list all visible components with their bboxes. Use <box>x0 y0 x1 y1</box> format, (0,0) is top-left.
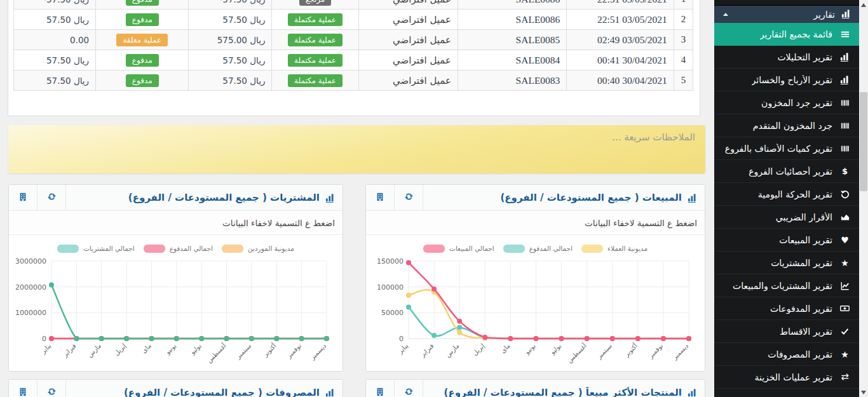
barcode-icon <box>839 98 850 107</box>
table-cell-status: عملية مكتملة <box>272 71 358 91</box>
panel-title: المشتريات ( جميع المستودعات / الفروع) <box>128 192 320 203</box>
status-badge: مدفوع <box>126 0 159 6</box>
table-cell-date: 00:40 30/04/2021 <box>567 71 674 91</box>
sidebar-item-14[interactable]: ★تقرير المصروفات <box>714 343 859 366</box>
sidebar-item-13[interactable]: تقرير الاقساط <box>714 320 859 343</box>
table-cell-num: 4 <box>674 50 693 71</box>
table-cell-status: عملية مكتملة <box>272 30 358 50</box>
svg-text:ماى: ماى <box>140 342 153 354</box>
sidebar-item-1[interactable]: تقرير التحليلات <box>714 46 859 69</box>
table-row[interactable]: 500:40 30/04/2021SALE0083عميل افتراضيعمل… <box>14 71 693 91</box>
scroll-down-arrow[interactable] <box>859 387 868 397</box>
table-cell-customer: عميل افتراضي <box>358 30 458 50</box>
sidebar-item-8[interactable]: الأقرار الضريبي <box>714 206 859 229</box>
sidebar-item-7[interactable]: تقرير الحركة اليومية <box>714 183 859 206</box>
legend-item[interactable]: اجمالي المبيعات <box>423 245 494 253</box>
sidebar-item-9[interactable]: ♥تقرير المبيعات <box>714 229 859 252</box>
legend-item[interactable]: اجمالي المدفوع <box>503 245 573 253</box>
refresh-button[interactable] <box>37 185 66 210</box>
table-cell-status: عملية مكتملة <box>272 10 358 30</box>
svg-text:ديسمبر: ديسمبر <box>308 342 327 361</box>
sidebar-item-label: جرد المخزون المتقدم <box>753 121 832 131</box>
page-scrollbar[interactable] <box>859 0 868 397</box>
refresh-button[interactable] <box>37 380 66 397</box>
purchases-line-chart: 0100000020000003000000ينايرفبرايرمارسإبر… <box>9 256 342 372</box>
table-cell-num: 2 <box>674 10 693 30</box>
legend-item[interactable]: مديونية الموردين <box>222 245 294 253</box>
sidebar-item-label: تقرير المشتريات <box>771 258 832 268</box>
list-icon <box>839 30 850 39</box>
legend-item[interactable]: اجمالي المشتريات <box>57 245 135 253</box>
table-row[interactable]: 400:41 30/04/2021SALE0084عميل افتراضيعمل… <box>14 50 693 71</box>
table-cell-total: 57.50 ريال <box>189 10 272 30</box>
panel-header: المنتجات الأكثر مبيعاً ( جميع المستودعات… <box>366 380 705 397</box>
branches-button[interactable] <box>366 380 395 397</box>
sidebar-item-label: تقرير المصروفات <box>768 349 832 360</box>
sidebar-item-0[interactable]: قائمة بجميع التقارير <box>714 23 859 46</box>
bar-chart-icon <box>839 75 850 84</box>
sidebar-item-5[interactable]: تقرير كميات الأصناف بالفروع <box>714 137 859 160</box>
table-cell-paid: 0.00 <box>14 30 96 50</box>
sidebar-item-6[interactable]: $تقرير أحصائيات الفروع <box>714 160 859 183</box>
legend-item[interactable]: اجمالي المدفوع <box>144 245 213 253</box>
refresh-icon <box>47 192 57 204</box>
sidebar-item-3[interactable]: تقرير جرد المخزون <box>714 91 859 114</box>
sidebar-item-label: الأقرار الضريبي <box>776 212 832 222</box>
scrollbar-thumb[interactable] <box>860 92 867 191</box>
table-cell-date: 02:49 03/05/2021 <box>567 30 674 50</box>
table-cell-paid: -57.50 ريال <box>14 0 96 10</box>
quick-notes-input[interactable] <box>8 125 705 173</box>
sidebar-group-label: تقارير <box>813 10 835 20</box>
sidebar-item-2[interactable]: تقرير الأرباح والخسائر <box>714 69 859 91</box>
branches-button[interactable] <box>9 185 37 210</box>
refresh-icon <box>47 387 57 397</box>
sidebar-item-10[interactable]: ★تقرير المشتريات <box>714 252 859 274</box>
sidebar-item-15[interactable]: ⇄تقرير عمليات الخزينة <box>714 366 859 389</box>
table-row[interactable]: 122:51 03/05/2021SALE0086عميل افتراضيمرت… <box>14 0 693 10</box>
star-icon: ★ <box>839 350 850 359</box>
table-cell-date: 22:51 03/05/2021 <box>567 0 674 10</box>
table-cell-customer: عميل افتراضي <box>358 10 458 30</box>
svg-text:مارس: مارس <box>86 342 102 359</box>
table-row[interactable]: 222:51 03/05/2021SALE0086عميل افتراضيعمل… <box>14 10 693 30</box>
bar-chart-icon <box>325 193 335 203</box>
sidebar-item-12[interactable]: تقرير المدفوعات <box>714 297 859 320</box>
svg-text:أكتوبر: أكتوبر <box>261 342 278 358</box>
status-badge: عملية معلقة <box>116 34 168 46</box>
table-cell-customer: عميل افتراضي <box>358 50 458 71</box>
refresh-button[interactable] <box>395 380 423 397</box>
table-row[interactable]: 302:49 03/05/2021SALE0085عميل افتراضيعمل… <box>14 30 693 50</box>
legend-swatch <box>222 245 243 253</box>
table-cell-num: 3 <box>674 30 693 50</box>
panel-header: المبيعات ( جميع المستودعات / الفروع) <box>366 185 705 211</box>
exchange-icon: ⇄ <box>839 372 850 382</box>
line-chart-icon <box>839 281 850 290</box>
table-cell-total: 57.50 ريال <box>189 50 272 71</box>
svg-text:إبريل: إبريل <box>471 342 487 357</box>
svg-text:يونيو: يونيو <box>523 342 537 356</box>
table-cell-pay: عملية معلقة <box>96 30 189 50</box>
sidebar-item-label: تقرير المبيعات <box>779 235 832 245</box>
reports-sidebar: تقارير قائمة بجميع التقاريرتقرير التحليل… <box>714 0 859 397</box>
table-cell-paid: 57.50 ريال <box>14 71 96 91</box>
table-cell-pay: مدفوع <box>96 10 189 30</box>
legend-label: مديونية الموردين <box>248 245 294 252</box>
legend-item[interactable]: مديونية العملاء <box>581 245 648 253</box>
building-icon <box>18 192 27 204</box>
legend-swatch <box>581 245 603 253</box>
status-badge: عملية مكتملة <box>288 13 342 26</box>
branches-button[interactable] <box>366 185 395 210</box>
svg-text:فبراير: فبراير <box>61 342 78 358</box>
legend-swatch <box>503 245 525 253</box>
sidebar-item-4[interactable]: جرد المخزون المتقدم <box>714 114 859 137</box>
table-cell-code: SALE0086 <box>458 10 566 30</box>
expenses-panel: المصروفات ( جميع المستودعات / الفروع) <box>8 379 343 397</box>
refresh-button[interactable] <box>395 185 423 210</box>
branches-button[interactable] <box>9 380 37 397</box>
chart-legend: مديونية العملاءاجمالي المدفوعاجمالي المب… <box>366 243 705 253</box>
sidebar-item-11[interactable]: تقرير المشتريات والمبيعات <box>714 274 859 297</box>
sales-line-chart: 050000100000150000ينايرفبرايرمارسإبريلما… <box>366 256 705 372</box>
sidebar-group-reports[interactable]: تقارير <box>714 6 859 23</box>
legend-label: اجمالي المشتريات <box>83 245 135 252</box>
scroll-up-arrow[interactable] <box>859 0 868 10</box>
